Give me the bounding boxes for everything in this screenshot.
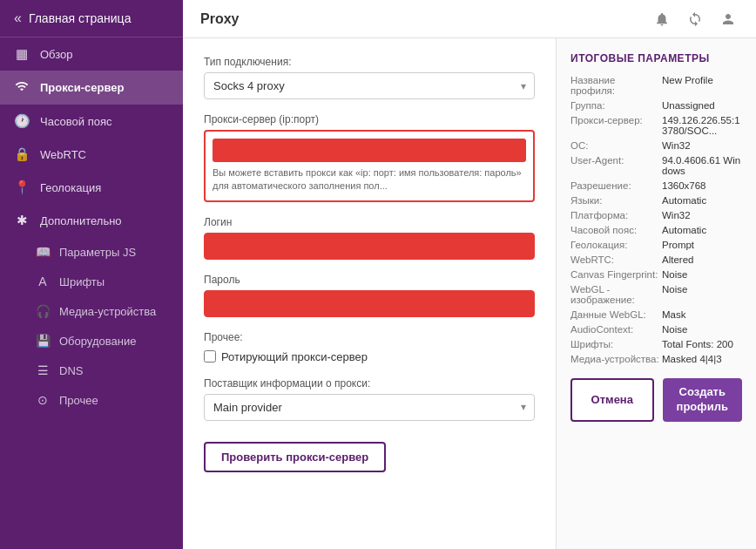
- sidebar-home[interactable]: « Главная страница: [0, 0, 183, 37]
- sidebar-label-overview: Обзор: [40, 48, 73, 61]
- sidebar: « Главная страница ▦ Обзор Прокси-сервер…: [0, 0, 183, 549]
- sidebar-label-advanced: Дополнительно: [40, 214, 122, 227]
- summary-rows: Название профиля:New ProfileГруппа:Unass…: [570, 75, 742, 364]
- summary-value: Win32: [662, 210, 691, 220]
- rotating-proxy-checkbox[interactable]: [204, 350, 216, 363]
- provider-select[interactable]: Main provider Other provider: [204, 394, 535, 421]
- sidebar-item-timezone[interactable]: 🕐 Часовой пояс: [0, 105, 183, 138]
- sidebar-item-webrtc[interactable]: 🔒 WebRTC: [0, 138, 183, 171]
- summary-key: Языки:: [570, 195, 662, 206]
- rotating-proxy-label: Ротирующий прокси-сервер: [221, 350, 368, 363]
- summary-row: Медиа-устройства:Masked 4|4|3: [570, 354, 742, 364]
- dns-icon: ☰: [35, 363, 51, 377]
- cancel-button[interactable]: Отмена: [570, 378, 654, 422]
- sidebar-item-fonts[interactable]: A Шрифты: [0, 267, 183, 296]
- sidebar-item-overview[interactable]: ▦ Обзор: [0, 37, 183, 71]
- user-icon[interactable]: [718, 9, 739, 30]
- sidebar-item-geolocation[interactable]: 📍 Геолокация: [0, 171, 183, 204]
- rotating-proxy-row: Ротирующий прокси-сервер: [204, 350, 535, 363]
- main-area: Proxy Тип подключения: Socks 4 proxy: [183, 0, 756, 549]
- summary-value: Altered: [662, 254, 693, 265]
- summary-row: Часовой пояс:Automatic: [570, 225, 742, 235]
- summary-key: Разрешение:: [570, 180, 662, 191]
- password-group: Пароль: [204, 274, 535, 317]
- topbar-icons: [651, 9, 739, 30]
- media-icon: 🎧: [35, 304, 51, 318]
- summary-row: Шрифты:Total Fonts: 200: [570, 339, 742, 349]
- connection-type-group: Тип подключения: Socks 4 proxy Socks 5 p…: [204, 56, 535, 99]
- summary-value: Automatic: [662, 225, 706, 235]
- summary-key: WebRTC:: [570, 254, 662, 265]
- sidebar-label-fonts: Шрифты: [59, 275, 105, 288]
- summary-row: User-Agent:94.0.4606.61 Windows: [570, 155, 742, 176]
- form-panel: Тип подключения: Socks 4 proxy Socks 5 p…: [183, 38, 556, 549]
- summary-key: AudioContext:: [570, 324, 662, 335]
- summary-value: Masked 4|4|3: [662, 354, 722, 364]
- create-profile-button[interactable]: Создать профиль: [663, 378, 743, 422]
- summary-key: Медиа-устройства:: [570, 354, 662, 364]
- summary-value: Win32: [662, 140, 691, 151]
- summary-row: Canvas Fingerprint:Noise: [570, 269, 742, 280]
- sidebar-label-geo: Геолокация: [40, 181, 101, 194]
- summary-row: Языки:Automatic: [570, 195, 742, 206]
- webrtc-icon: 🔒: [14, 146, 30, 162]
- sidebar-item-dns[interactable]: ☰ DNS: [0, 356, 183, 385]
- sidebar-label-other: Прочее: [59, 394, 98, 407]
- summary-value: Prompt: [662, 240, 694, 250]
- password-input[interactable]: [204, 290, 535, 317]
- summary-key: User-Agent:: [570, 155, 662, 176]
- proxy-server-hint: Вы можете вставить прокси как «ip: порт:…: [213, 166, 526, 193]
- login-group: Логин: [204, 216, 535, 260]
- summary-row: Разрешение:1360x768: [570, 180, 742, 191]
- advanced-icon: ✱: [14, 213, 30, 228]
- login-label: Логин: [204, 216, 535, 228]
- summary-panel: ИТОГОВЫЕ ПАРАМЕТРЫ Название профиля:New …: [556, 38, 756, 549]
- login-input[interactable]: [204, 233, 535, 260]
- content-area: Тип подключения: Socks 4 proxy Socks 5 p…: [183, 38, 756, 549]
- summary-key: Название профиля:: [570, 75, 662, 96]
- sidebar-label-hardware: Оборудование: [59, 335, 136, 348]
- bell-icon[interactable]: [651, 9, 672, 30]
- summary-key: Canvas Fingerprint:: [570, 269, 662, 280]
- sidebar-item-media[interactable]: 🎧 Медиа-устройства: [0, 296, 183, 326]
- summary-actions: Отмена Создать профиль: [570, 378, 742, 422]
- sidebar-label-media: Медиа-устройства: [59, 305, 156, 318]
- summary-key: Шрифты:: [570, 339, 662, 349]
- sidebar-home-label: Главная страница: [29, 11, 132, 25]
- summary-value: 94.0.4606.61 Windows: [662, 155, 742, 176]
- provider-select-wrapper: Main provider Other provider ▾: [204, 394, 535, 421]
- connection-type-select[interactable]: Socks 4 proxy Socks 5 proxy HTTP proxy H…: [204, 72, 535, 99]
- summary-value: Noise: [662, 269, 687, 280]
- sidebar-item-proxy[interactable]: Прокси-сервер: [0, 71, 183, 105]
- sidebar-label-proxy: Прокси-сервер: [40, 81, 125, 94]
- hardware-icon: 💾: [35, 334, 51, 348]
- summary-row: AudioContext:Noise: [570, 324, 742, 335]
- sidebar-item-other[interactable]: ⊙ Прочее: [0, 385, 183, 415]
- summary-key: Геолокация:: [570, 240, 662, 250]
- sidebar-item-js-params[interactable]: 📖 Параметры JS: [0, 237, 183, 267]
- summary-value: Unassigned: [662, 100, 715, 111]
- summary-row: Название профиля:New Profile: [570, 75, 742, 96]
- sidebar-item-hardware[interactable]: 💾 Оборудование: [0, 326, 183, 356]
- topbar: Proxy: [183, 0, 756, 38]
- summary-key: Прокси-сервер:: [570, 115, 662, 136]
- summary-value: Noise: [662, 324, 687, 335]
- provider-group: Поставщик информации о прокси: Main prov…: [204, 377, 535, 421]
- connection-type-label: Тип подключения:: [204, 56, 535, 68]
- proxy-server-input[interactable]: [213, 139, 526, 162]
- refresh-icon[interactable]: [685, 9, 705, 30]
- sidebar-label-timezone: Часовой пояс: [40, 115, 111, 128]
- summary-value: New Profile: [662, 75, 713, 96]
- misc-label: Прочее:: [204, 331, 535, 343]
- summary-row: Группа:Unassigned: [570, 100, 742, 111]
- check-proxy-button[interactable]: Проверить прокси-сервер: [204, 442, 386, 472]
- sidebar-item-advanced[interactable]: ✱ Дополнительно: [0, 204, 183, 237]
- sidebar-label-webrtc: WebRTC: [40, 148, 86, 161]
- summary-row: Геолокация:Prompt: [570, 240, 742, 250]
- timezone-icon: 🕐: [14, 113, 30, 129]
- geo-icon: 📍: [14, 180, 30, 195]
- proxy-server-group: Прокси-сервер (ip:порт) Вы можете встави…: [204, 113, 535, 202]
- summary-row: Платформа:Win32: [570, 210, 742, 220]
- js-params-icon: 📖: [35, 245, 51, 259]
- sidebar-label-dns: DNS: [59, 364, 83, 377]
